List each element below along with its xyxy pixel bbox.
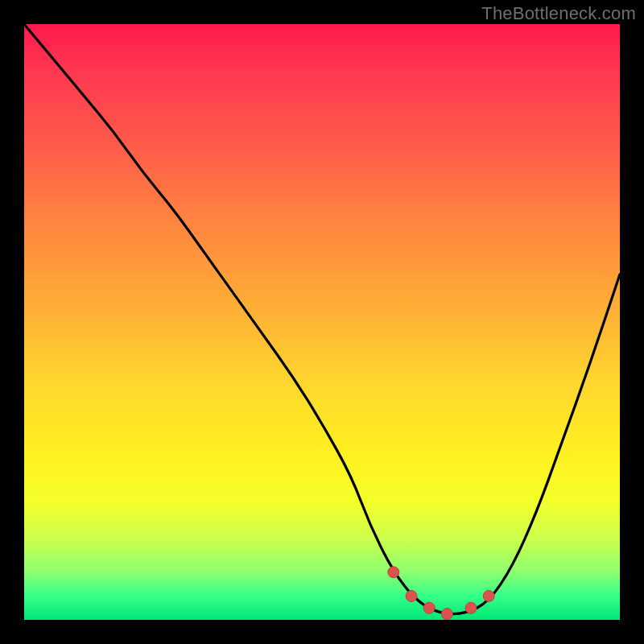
bottleneck-curve [24, 24, 620, 614]
marker-point [483, 590, 494, 601]
chart-svg [24, 24, 620, 620]
chart-frame: TheBottleneck.com [0, 0, 644, 644]
watermark-text: TheBottleneck.com [481, 3, 636, 24]
marker-point [423, 602, 435, 613]
marker-point [388, 567, 399, 578]
marker-point [465, 602, 477, 613]
marker-point [406, 590, 417, 601]
marker-point [441, 609, 452, 620]
plot-area [24, 24, 620, 620]
